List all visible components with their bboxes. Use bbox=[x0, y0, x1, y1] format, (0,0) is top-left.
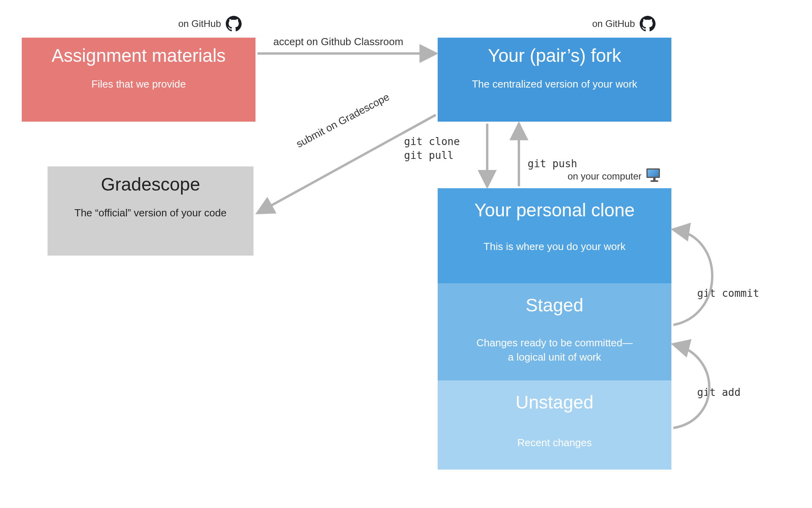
assignment-title: Assignment materials bbox=[22, 45, 255, 66]
box-unstaged: Unstaged Recent changes bbox=[438, 380, 671, 470]
arrow-label-commit: git commit bbox=[697, 287, 759, 299]
box-your-fork: Your (pair’s) fork The centralized versi… bbox=[438, 38, 671, 122]
arrow-label-accept: accept on Github Classroom bbox=[273, 36, 403, 48]
staged-title: Staged bbox=[446, 294, 663, 316]
assignment-desc: Files that we provide bbox=[22, 78, 255, 90]
box-gradescope: Gradescope The “official” version of you… bbox=[48, 166, 254, 256]
box-assignment-materials: Assignment materials Files that we provi… bbox=[22, 38, 255, 122]
box-staged: Staged Changes ready to be committed— a … bbox=[438, 283, 671, 380]
arrow-label-clone-pull: git clone git pull bbox=[404, 135, 460, 162]
arrow-label-submit: submit on Gradescope bbox=[294, 91, 392, 150]
staged-desc: Changes ready to be committed— a logical… bbox=[446, 336, 663, 365]
on-github-label: on GitHub bbox=[178, 18, 221, 29]
fork-desc: The centralized version of your work bbox=[438, 78, 671, 90]
gradescope-title: Gradescope bbox=[48, 174, 254, 195]
header-assignment-github: on GitHub bbox=[178, 16, 242, 32]
github-octocat-icon bbox=[640, 16, 656, 32]
fork-title: Your (pair’s) fork bbox=[438, 45, 671, 66]
svg-line-1 bbox=[259, 115, 436, 212]
github-octocat-icon bbox=[226, 16, 242, 32]
unstaged-title: Unstaged bbox=[446, 392, 663, 413]
arrow-label-push: git push bbox=[528, 158, 577, 170]
clone-stack: Your personal clone This is where you do… bbox=[438, 188, 671, 470]
header-clone-computer: on your computer bbox=[568, 168, 662, 184]
clone-desc: This is where you do your work bbox=[446, 241, 663, 253]
arrow-label-add: git add bbox=[697, 386, 741, 398]
git-pull-text: git pull bbox=[404, 149, 460, 162]
gradescope-desc: The “official” version of your code bbox=[48, 207, 254, 219]
clone-title: Your personal clone bbox=[446, 199, 663, 221]
box-personal-clone: Your personal clone This is where you do… bbox=[438, 188, 671, 283]
computer-monitor-icon bbox=[646, 168, 662, 184]
unstaged-desc: Recent changes bbox=[446, 437, 663, 449]
git-clone-text: git clone bbox=[404, 135, 460, 149]
header-fork-github: on GitHub bbox=[592, 16, 656, 32]
on-computer-label: on your computer bbox=[568, 171, 642, 182]
on-github-label: on GitHub bbox=[592, 18, 635, 29]
